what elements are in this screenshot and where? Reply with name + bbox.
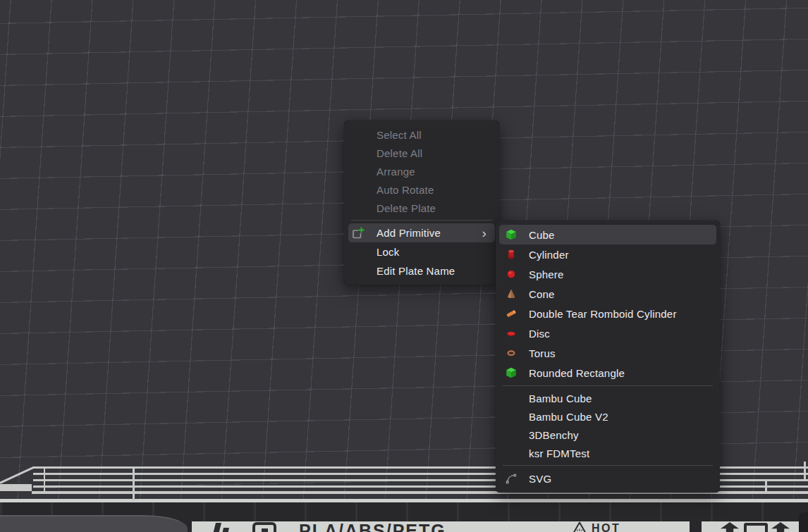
menu-item-auto-rotate: Auto Rotate <box>348 180 495 199</box>
submenu-item-label: Cylinder <box>529 249 569 261</box>
submenu-item-label: Double Tear Romboid Cylinder <box>529 308 677 320</box>
submenu-item-label: 3DBenchy <box>529 429 579 441</box>
submenu-item-label: ksr FDMTest <box>529 447 589 459</box>
warning-triangle-icon <box>573 521 587 532</box>
menu-separator <box>351 220 492 221</box>
menu-item-edit-plate-name[interactable]: Edit Plate Name <box>348 261 495 280</box>
submenu-item-cube[interactable]: Cube <box>499 225 716 245</box>
submenu-item-label: Bambu Cube <box>529 392 592 404</box>
cylinder-icon <box>506 249 517 261</box>
menu-item-select-all: Select All <box>348 125 495 144</box>
cone-icon <box>506 288 517 300</box>
plate-context-menu: Select All Delete All Arrange Auto Rotat… <box>344 120 499 285</box>
submenu-item-label: Sphere <box>529 268 564 280</box>
menu-item-label: Select All <box>348 129 422 141</box>
submenu-item-cone[interactable]: Cone <box>499 284 716 304</box>
submenu-item-3dbenchy[interactable]: 3DBenchy <box>499 426 716 444</box>
submenu-item-bambu-cube[interactable]: Bambu Cube <box>499 389 716 407</box>
add-primitive-icon <box>351 226 365 240</box>
submenu-item-rounded-rectangle[interactable]: Rounded Rectangle <box>499 363 716 383</box>
menu-item-label: Lock <box>348 246 400 258</box>
menu-item-arrange: Arrange <box>348 162 495 180</box>
plate-edge-tick <box>133 466 135 501</box>
submenu-item-label: Torus <box>529 347 556 359</box>
menu-item-label: Arrange <box>348 166 415 178</box>
qr-code-icon <box>252 522 276 532</box>
submenu-separator <box>503 465 713 466</box>
submenu-item-svg[interactable]: SVG <box>499 469 716 488</box>
submenu-item-cylinder[interactable]: Cylinder <box>499 245 716 264</box>
submenu-separator <box>503 385 713 386</box>
submenu-item-torus[interactable]: Torus <box>499 343 716 363</box>
submenu-item-label: Cube <box>529 229 555 241</box>
menu-item-label: Auto Rotate <box>348 184 434 196</box>
submenu-item-label: Disc <box>529 328 550 340</box>
romboid-cylinder-icon <box>506 308 517 320</box>
submenu-item-ksr-fdmtest[interactable]: ksr FDMTest <box>499 444 716 462</box>
plate-front-corner <box>0 515 188 532</box>
menu-item-delete-plate: Delete Plate <box>348 199 495 217</box>
submenu-item-double-tear-romboid-cylinder[interactable]: Double Tear Romboid Cylinder <box>499 304 716 323</box>
menu-item-label: Edit Plate Name <box>348 265 455 277</box>
plate-edge-tick <box>44 466 45 492</box>
menu-item-label: Delete All <box>348 147 422 159</box>
submenu-item-label: Cone <box>529 288 555 300</box>
submenu-item-label: Rounded Rectangle <box>529 367 625 379</box>
sphere-icon <box>506 268 517 280</box>
plate-edge-notch <box>804 462 806 479</box>
hot-warning-label: HOT <box>592 523 620 532</box>
submenu-item-label: SVG <box>529 473 551 485</box>
hot-warning: HOT <box>573 521 620 532</box>
menu-item-delete-all: Delete All <box>348 144 495 162</box>
submenu-item-label: Bambu Cube V2 <box>529 411 608 423</box>
svg-curve-icon <box>506 473 517 485</box>
disc-icon <box>506 328 517 340</box>
menu-item-label: Delete Plate <box>348 202 436 214</box>
menu-item-add-primitive[interactable]: Add Primitive › <box>348 223 495 242</box>
plate-material-label: PLA/ABS/PETG <box>299 522 446 532</box>
submenu-arrow-icon: › <box>482 225 486 239</box>
3d-viewport[interactable]: PLA/ABS/PETG HOT Select All Delete All A… <box>0 0 808 532</box>
menu-item-lock[interactable]: Lock <box>348 242 495 261</box>
submenu-item-bambu-cube-v2[interactable]: Bambu Cube V2 <box>499 407 716 426</box>
submenu-item-sphere[interactable]: Sphere <box>499 264 716 284</box>
plate-edge-bar <box>0 484 32 491</box>
plate-edge-bracket <box>765 480 767 492</box>
square-outline-icon <box>744 523 768 532</box>
bambu-logo-icon <box>212 523 238 532</box>
submenu-item-disc[interactable]: Disc <box>499 323 716 343</box>
cube-icon <box>506 229 517 241</box>
rounded-rectangle-icon <box>506 367 517 379</box>
plate-corner-tab <box>799 512 808 532</box>
add-primitive-submenu: Cube Cylinder Sphere <box>496 221 720 493</box>
torus-icon <box>506 347 517 359</box>
